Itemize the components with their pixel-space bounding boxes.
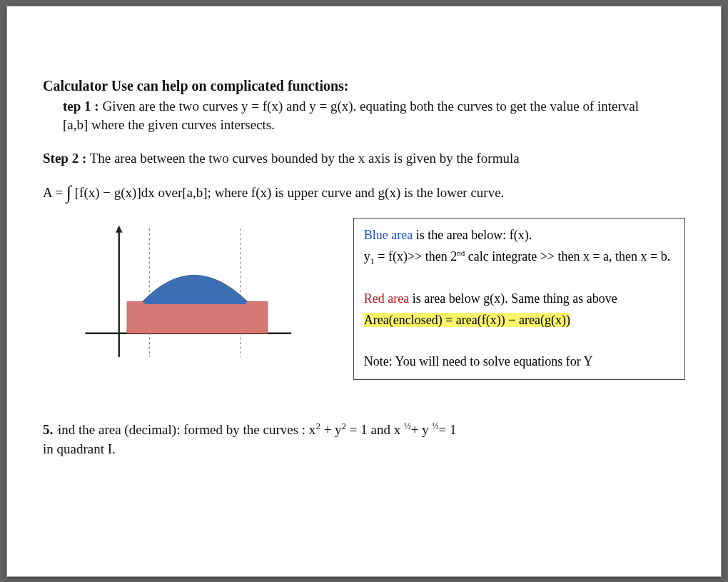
blue-area-label: Blue area xyxy=(364,228,413,242)
step-2: Step 2 : The area between the two curves… xyxy=(43,149,685,168)
info-line-2: y1 = f(x)>> then 2nd calc integrate >> t… xyxy=(364,247,674,268)
info-line-3: Red area is area below g(x). Same thing … xyxy=(364,289,674,308)
eq2: = 1 xyxy=(438,423,456,438)
heading: Calculator Use can help on complicated f… xyxy=(43,78,685,94)
formula-body: [f(x) − g(x)]dx over[a,b]; where f(x) is… xyxy=(71,185,504,200)
problem-number: 5. xyxy=(43,423,53,438)
il2-post: calc integrate >> then x = a, then x = b… xyxy=(465,249,670,264)
plus1: + y xyxy=(320,423,342,438)
area-figure xyxy=(79,218,295,368)
step-1-text-a: Given are the two curves y = f(x) and y … xyxy=(99,99,639,114)
info-line-1: Blue area is the area below: f(x). xyxy=(364,226,674,244)
enclosed-formula: Area(enclosed) = area(f(x)) − area(g(x)) xyxy=(364,313,570,327)
problem-text-b: in quadrant I. xyxy=(43,441,116,456)
figure-row: Blue area is the area below: f(x). y1 = … xyxy=(43,218,685,380)
svg-marker-2 xyxy=(116,225,122,232)
info-line-4: Area(enclosed) = area(f(x)) − area(g(x)) xyxy=(364,311,674,329)
il2-sup: nd xyxy=(457,249,465,257)
problem-5: 5. ⋅'ind the area (decimal): formed by t… xyxy=(43,420,685,459)
eq1: = 1 and x xyxy=(346,423,404,438)
formula: A = ∫ [f(x) − g(x)]dx over[a,b]; where f… xyxy=(43,181,685,202)
info-line-5: Note: You will need to solve equations f… xyxy=(364,352,674,371)
step-1-label: tep 1 : xyxy=(63,99,99,114)
problem-text-a: ind the area (decimal): formed by the cu… xyxy=(58,423,315,438)
step-2-text: The area between the two curves bounded … xyxy=(86,151,519,166)
info-line-3-rest: is area below g(x). Same thing as above xyxy=(409,291,617,306)
il2-pre: y xyxy=(364,249,370,264)
step-1-cont: [a,b] where the given curves intersects. xyxy=(63,116,685,134)
integral-icon: ∫ xyxy=(66,182,71,203)
info-box: Blue area is the area below: f(x). y1 = … xyxy=(353,218,685,380)
formula-lhs: A = xyxy=(43,185,66,200)
document-page: Calculator Use can help on complicated f… xyxy=(6,6,722,577)
info-line-1-rest: is the area below: f(x). xyxy=(413,228,532,242)
step-2-label: Step 2 : xyxy=(43,151,86,166)
curves-svg xyxy=(79,218,295,368)
plus2: + y xyxy=(411,423,433,438)
il2-mid: = f(x)>> then 2 xyxy=(375,249,457,264)
step-1: tep 1 : Given are the two curves y = f(x… xyxy=(63,97,685,116)
half1: ½ xyxy=(404,421,411,431)
red-area-label: Red area xyxy=(364,291,409,306)
